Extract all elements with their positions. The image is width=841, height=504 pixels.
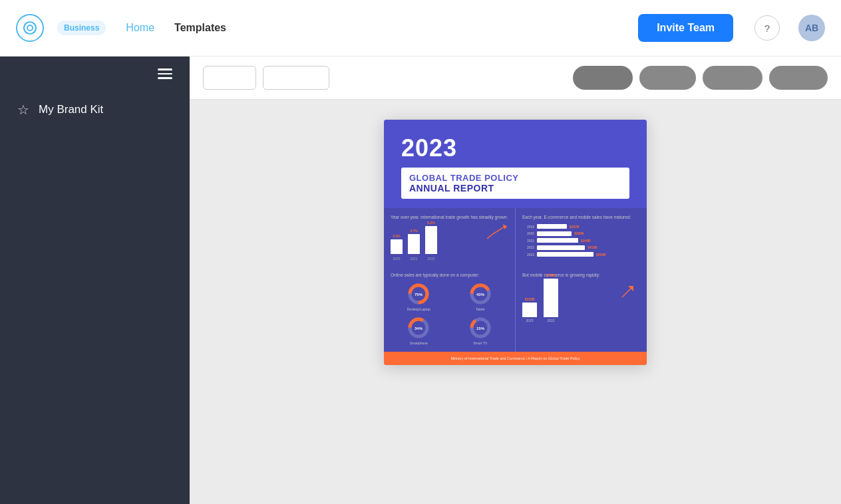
bar-pct-label: 5.2% [427,221,434,225]
doc-title-line2: ANNUAL REPORT [409,183,621,193]
svg-text:15%: 15% [476,326,485,330]
canvas-area: 2023 GLOBAL TRADE POLICY ANNUAL REPORT Y… [190,100,841,504]
pie-chart-icon: 43% [469,283,492,305]
hbar-value: $410B [588,245,597,249]
main-layout: ☆ My Brand Kit 2023 GLOBAL TRADE POLICY [0,57,841,504]
toolbar-button-2[interactable] [263,66,329,90]
vbar-col: $745B2022 [544,273,558,322]
pie-item: 43%Tablet [452,283,509,311]
trend-arrow-icon [487,224,507,241]
pie-chart-icon: 15% [469,316,492,339]
pie-item: 34%Smartphone [391,316,447,345]
hbar-row: 2022$410B [522,245,640,250]
toolbar [190,57,841,100]
menu-toggle-button[interactable] [143,68,190,91]
doc-footer: Ministry of International Trade and Comm… [384,352,647,365]
hbar-chart-title: Each year, E-commerce and mobile sales h… [522,215,640,220]
bar-group: 3.7%2021 [408,229,420,261]
doc-title-line1: GLOBAL TRADE POLICY [409,173,621,183]
bar-year-label: 2021 [410,257,417,261]
hbar-row: 2023$530B [522,252,640,257]
bar-group: 5.2%2022 [425,221,437,261]
hbar-year-label: 2022 [522,245,534,249]
pie-label: Smartphone [410,341,428,345]
bar-rect [425,226,437,254]
bar-pct-label: 3.7% [410,229,417,233]
hbar-chart: 2019$237B2020$280B2021$340B2022$410B2023… [522,224,640,257]
hbar-year-label: 2023 [522,253,534,257]
bar-rect [391,239,403,254]
pie-item: 75%Desktop/Laptop [391,283,447,311]
bar-year-label: 2020 [393,257,400,261]
vbar-chart-section: But mobile commerce is growing rapidly: … [516,266,647,351]
vbar-chart-area: $133B2015$745B2022 [522,283,640,322]
vbar-value-label: $133B [525,297,535,301]
star-icon: ☆ [17,102,29,118]
bar-rect [408,234,420,254]
sidebar-item-brand-kit[interactable]: ☆ My Brand Kit [0,91,190,128]
filter-button-3[interactable] [703,66,762,90]
top-navigation: Business Home Templates Invite Team ? AB [0,0,841,57]
doc-charts-top: Year over year, international trade grow… [384,208,647,266]
vbar-col: $133B2015 [522,297,537,322]
bar-chart-left: 2.5%20203.7%20215.2%2022 [391,224,508,261]
vbar-rect [522,303,537,317]
svg-point-1 [27,25,33,31]
svg-text:75%: 75% [415,293,423,297]
vbar-rect [544,279,558,317]
svg-line-15 [622,288,631,297]
filter-button-4[interactable] [769,66,828,90]
vbar-year-label: 2015 [526,318,533,322]
pie-chart-icon: 75% [407,283,430,305]
pie-label: Smart TV [473,341,487,345]
pie-label: Tablet [476,307,484,311]
svg-text:43%: 43% [476,293,485,297]
pie-chart-icon: 34% [407,316,430,339]
hbar-row: 2020$280B [522,231,640,236]
sidebar: ☆ My Brand Kit [0,57,190,504]
invite-team-button[interactable]: Invite Team [638,14,733,42]
pie-item: 15%Smart TV [452,316,509,345]
avatar-button[interactable]: AB [798,15,825,41]
vbar-chart-title: But mobile commerce is growing rapidly: [522,273,640,278]
help-button[interactable]: ? [755,15,780,41]
filter-button-2[interactable] [639,66,696,90]
content-area: 2023 GLOBAL TRADE POLICY ANNUAL REPORT Y… [190,57,841,504]
bar-chart-section: Year over year, international trade grow… [384,208,515,266]
hbar-bar [537,252,593,257]
svg-text:34%: 34% [415,326,423,330]
svg-point-0 [24,22,36,34]
hbar-value: $530B [596,253,606,257]
hbar-bar [537,238,578,243]
brand-kit-label: My Brand Kit [39,103,103,116]
filter-button-1[interactable] [573,66,633,90]
business-badge: Business [57,21,106,35]
vbar-trend-arrow-icon [620,286,633,299]
bar-year-label: 2022 [427,257,434,261]
doc-year: 2023 [401,134,629,162]
hbar-year-label: 2019 [522,225,534,229]
doc-header: 2023 GLOBAL TRADE POLICY ANNUAL REPORT [384,120,647,208]
document-preview: 2023 GLOBAL TRADE POLICY ANNUAL REPORT Y… [384,120,647,365]
bar-group: 2.5%2020 [391,234,403,261]
hbar-value: $280B [574,231,584,235]
hbar-value: $237B [570,225,580,229]
vbar-value-label: $745B [546,273,556,277]
hbar-bar [537,231,572,236]
hbar-row: 2019$237B [522,224,640,229]
pie-grid: 75%Desktop/Laptop43%Tablet34%Smartphone1… [391,283,508,345]
hbar-bar [537,245,585,250]
hbar-chart-section: Each year, E-commerce and mobile sales h… [516,208,647,266]
pie-label: Desktop/Laptop [407,307,430,311]
templates-link[interactable]: Templates [174,22,226,34]
bar-chart-title: Year over year, international trade grow… [391,215,508,220]
toolbar-button-1[interactable] [203,66,256,90]
pie-chart-section: Online sales are typically done on a com… [384,266,515,351]
logo-icon[interactable] [16,14,44,42]
home-link[interactable]: Home [126,22,154,34]
hbar-year-label: 2020 [522,231,534,235]
hbar-bar [537,224,567,229]
pie-chart-title: Online sales are typically done on a com… [391,273,508,278]
vbar-year-label: 2022 [547,318,554,322]
bar-pct-label: 2.5% [393,234,400,238]
